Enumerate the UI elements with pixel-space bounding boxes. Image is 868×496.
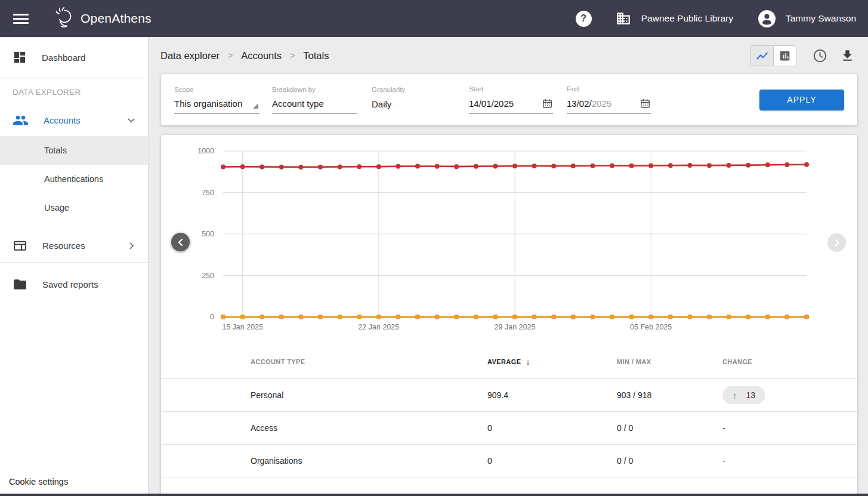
- change-value: 13: [746, 390, 756, 400]
- cell-average: 0: [487, 456, 617, 466]
- sidebar-item-accounts[interactable]: Accounts: [0, 104, 148, 136]
- start-date-input[interactable]: Start 14/01/2025: [469, 85, 553, 114]
- line-chart-toggle-button[interactable]: [750, 46, 773, 66]
- svg-text:250: 250: [202, 272, 214, 280]
- chart-scroll-left-button[interactable]: [171, 233, 190, 251]
- topbar-right: ? Pawnee Public Library Tammy Swanson: [576, 10, 857, 27]
- svg-text:500: 500: [202, 230, 214, 238]
- svg-text:15 Jan 2025: 15 Jan 2025: [222, 323, 263, 331]
- svg-text:05 Feb 2025: 05 Feb 2025: [630, 323, 672, 331]
- chart-scroll-right-button[interactable]: [827, 233, 846, 252]
- cell-min-max: 0 / 0: [617, 423, 722, 433]
- svg-text:29 Jan 2025: 29 Jan 2025: [495, 323, 536, 331]
- svg-text:0: 0: [210, 313, 214, 321]
- breadcrumb-accounts[interactable]: Accounts: [241, 50, 282, 61]
- resources-icon: [13, 238, 27, 253]
- granularity-label: Granularity: [372, 86, 443, 93]
- cell-change: -: [722, 456, 857, 466]
- calendar-icon[interactable]: [640, 98, 651, 109]
- table-row-access[interactable]: Access 0 0 / 0 -: [161, 411, 857, 444]
- filter-bar: Scope This organisation Breakdown by Acc…: [161, 74, 857, 125]
- cell-account-type: Access: [251, 423, 487, 433]
- breakdown-value: Account type: [272, 98, 324, 109]
- sidebar-item-label: Usage: [44, 203, 69, 212]
- breadcrumb-totals[interactable]: Totals: [303, 50, 329, 61]
- sidebar-item-authentications[interactable]: Authentications: [0, 165, 148, 193]
- sidebar-item-label: Dashboard: [42, 53, 85, 63]
- chevron-left-icon: [176, 238, 186, 247]
- sidebar-section-label: DATA EXPLORER: [0, 78, 148, 97]
- dashboard-icon: [13, 50, 27, 64]
- apply-button[interactable]: APPLY: [759, 90, 844, 110]
- breadcrumb-bar: Data explorer > Accounts > Totals: [149, 37, 868, 74]
- help-icon[interactable]: ?: [576, 11, 592, 27]
- sidebar-item-totals[interactable]: Totals: [0, 136, 148, 165]
- openathens-logo: OpenAthens: [52, 6, 152, 31]
- sort-descending-icon: ↓: [526, 357, 530, 366]
- openathens-emblem-icon: [52, 6, 78, 31]
- end-date-label: End: [567, 85, 651, 93]
- breakdown-select[interactable]: Breakdown by Account type: [272, 86, 357, 114]
- sidebar-item-resources[interactable]: Resources: [0, 229, 148, 263]
- start-date-label: Start: [469, 85, 553, 93]
- bar-chart-toggle-button[interactable]: [773, 46, 796, 66]
- bar-chart-icon: [779, 50, 791, 62]
- header-change[interactable]: CHANGE: [722, 358, 857, 365]
- chevron-down-icon: [125, 114, 137, 126]
- svg-text:22 Jan 2025: 22 Jan 2025: [358, 323, 399, 331]
- breadcrumb-separator: >: [228, 51, 233, 60]
- sidebar-item-usage[interactable]: Usage: [0, 193, 148, 222]
- chevron-right-icon: [125, 240, 137, 252]
- sidebar: Dashboard DATA EXPLORER Accounts Totals …: [0, 37, 149, 496]
- sidebar-item-dashboard[interactable]: Dashboard: [0, 37, 148, 78]
- topbar: OpenAthens ? Pawnee Public Library Tammy…: [0, 0, 868, 37]
- granularity-value: Daily: [372, 99, 391, 109]
- view-actions: [750, 45, 856, 66]
- table-header-row: ACCOUNT TYPE AVERAGE ↓ MIN / MAX CHANGE: [161, 345, 857, 378]
- hamburger-menu-icon[interactable]: [13, 7, 37, 30]
- end-date-input[interactable]: End 13/02/2025: [567, 85, 651, 114]
- breadcrumb: Data explorer > Accounts > Totals: [160, 50, 329, 61]
- history-clock-button[interactable]: [812, 48, 828, 64]
- sidebar-item-label: Authentications: [44, 174, 103, 184]
- change-badge: ↑ 13: [722, 386, 765, 404]
- account-type-table: ACCOUNT TYPE AVERAGE ↓ MIN / MAX CHANGE …: [161, 345, 857, 496]
- cell-min-max: 0 / 0: [617, 456, 722, 466]
- folder-icon: [13, 277, 27, 292]
- table-row-organisations[interactable]: Organisations 0 0 / 0 -: [161, 444, 857, 477]
- start-date-value: 14/01/2025: [469, 98, 514, 109]
- brand-name: OpenAthens: [81, 11, 152, 26]
- organisation-switcher[interactable]: Pawnee Public Library: [616, 11, 733, 26]
- arrow-up-icon: ↑: [733, 390, 737, 401]
- breakdown-label: Breakdown by: [272, 86, 357, 93]
- scope-select[interactable]: Scope This organisation: [174, 86, 260, 114]
- header-account-type[interactable]: ACCOUNT TYPE: [251, 358, 487, 365]
- scope-label: Scope: [174, 86, 260, 93]
- scope-value: This organisation: [174, 98, 242, 109]
- organisation-name: Pawnee Public Library: [641, 13, 733, 24]
- sidebar-item-label: Resources: [42, 241, 85, 251]
- user-menu[interactable]: Tammy Swanson: [758, 10, 856, 27]
- breadcrumb-data-explorer[interactable]: Data explorer: [160, 50, 220, 61]
- download-button[interactable]: [840, 48, 855, 63]
- download-icon: [840, 48, 855, 63]
- main-content: Data explorer > Accounts > Totals: [149, 37, 868, 496]
- bottom-edge-bar: [0, 494, 868, 496]
- dropdown-corner-icon: [253, 103, 258, 109]
- chevron-right-icon: [832, 238, 842, 248]
- cell-average: 0: [487, 423, 617, 433]
- calendar-icon[interactable]: [542, 98, 553, 109]
- content-cards: Scope This organisation Breakdown by Acc…: [149, 74, 868, 496]
- chart-card: 0250500750100015 Jan 202522 Jan 202529 J…: [161, 135, 857, 496]
- header-min-max[interactable]: MIN / MAX: [617, 358, 722, 365]
- sidebar-item-saved-reports[interactable]: Saved reports: [0, 267, 148, 301]
- header-average[interactable]: AVERAGE ↓: [487, 357, 617, 366]
- cell-account-type: Personal: [251, 390, 487, 400]
- table-row-personal[interactable]: Personal 909.4 903 / 918 ↑ 13: [161, 378, 857, 411]
- people-icon: [13, 112, 29, 128]
- breadcrumb-separator: >: [290, 51, 295, 60]
- sidebar-item-label: Accounts: [44, 115, 81, 125]
- granularity-field: Granularity Daily: [372, 86, 443, 114]
- line-chart-icon: [755, 49, 769, 63]
- svg-text:1000: 1000: [197, 147, 214, 155]
